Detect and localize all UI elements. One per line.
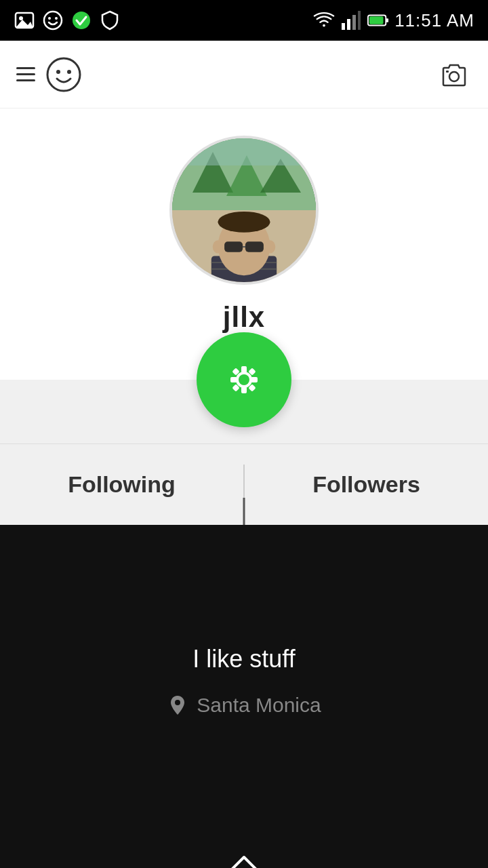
svg-rect-30 <box>224 241 243 252</box>
svg-point-15 <box>56 70 60 74</box>
svg-marker-2 <box>16 20 33 28</box>
svg-rect-24 <box>172 138 319 165</box>
status-icons-right: 11:51 AM <box>313 9 474 31</box>
status-bar: 11:51 AM <box>0 0 488 41</box>
following-label: Following <box>68 471 176 498</box>
menu-button[interactable] <box>16 67 35 81</box>
svg-rect-12 <box>386 18 388 22</box>
svg-point-4 <box>48 17 51 20</box>
following-button[interactable]: Following <box>0 471 243 498</box>
avatar <box>169 136 319 285</box>
bio-text: I like stuff <box>192 645 295 673</box>
bottom-bar[interactable] <box>0 837 488 868</box>
location-text: Santa Monica <box>197 694 321 717</box>
avatar-bottom <box>172 210 316 282</box>
location-row: Santa Monica <box>167 694 321 717</box>
svg-rect-41 <box>251 377 258 382</box>
svg-point-46 <box>239 374 249 385</box>
svg-point-35 <box>265 240 275 253</box>
battery-icon <box>367 9 389 31</box>
status-icons-left <box>14 9 121 31</box>
svg-rect-38 <box>241 366 247 373</box>
camera-button[interactable] <box>436 57 472 92</box>
username-primary: jllx <box>223 301 265 334</box>
svg-rect-9 <box>352 15 356 30</box>
svg-rect-13 <box>369 16 384 24</box>
smiley-status-icon <box>42 9 64 31</box>
check-icon <box>70 9 92 31</box>
shield-icon <box>99 9 121 31</box>
svg-point-3 <box>44 12 62 29</box>
app-bar <box>0 41 488 108</box>
location-icon <box>167 694 188 716</box>
svg-rect-39 <box>241 387 247 393</box>
wifi-icon <box>313 9 335 31</box>
center-indicator <box>243 498 245 525</box>
follow-row: Following Followers <box>0 443 488 525</box>
svg-rect-10 <box>358 11 361 30</box>
image-icon <box>14 9 35 31</box>
status-time: 11:51 AM <box>394 10 474 31</box>
svg-point-33 <box>218 212 270 233</box>
chevron-up-icon <box>227 854 261 868</box>
svg-point-47 <box>175 700 180 705</box>
svg-rect-40 <box>230 377 237 382</box>
svg-rect-18 <box>446 71 449 73</box>
followers-button[interactable]: Followers <box>245 471 488 498</box>
svg-point-34 <box>213 240 223 253</box>
svg-rect-8 <box>347 19 350 30</box>
app-logo <box>46 57 81 92</box>
svg-point-17 <box>449 72 459 81</box>
settings-fab[interactable] <box>197 332 291 427</box>
scroll-up-button[interactable] <box>227 847 261 868</box>
svg-rect-7 <box>342 23 345 30</box>
followers-label: Followers <box>312 471 420 498</box>
svg-point-5 <box>55 17 58 20</box>
svg-point-16 <box>67 70 71 74</box>
svg-rect-31 <box>245 241 264 252</box>
signal-icon <box>340 9 362 31</box>
svg-point-6 <box>73 12 90 29</box>
app-bar-left <box>16 57 81 92</box>
svg-point-14 <box>47 58 80 91</box>
dark-section: I like stuff Santa Monica <box>0 525 488 837</box>
avatar-top <box>172 138 316 210</box>
